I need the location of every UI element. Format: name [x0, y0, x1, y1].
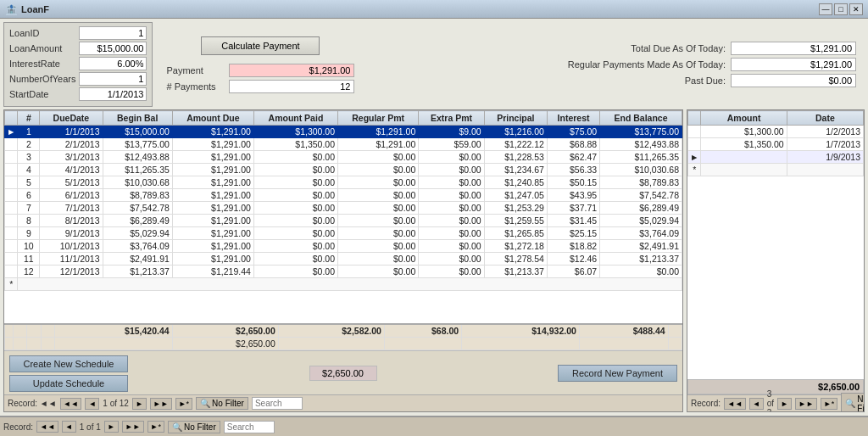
nav-next-button[interactable]: ► [132, 398, 147, 410]
row-amountpaid: $0.00 [253, 240, 337, 253]
table-row[interactable]: 4 4/1/2013 $11,265.35 $1,291.00 $0.00 $0… [5, 164, 682, 176]
row-principal: $1,240.85 [484, 176, 547, 189]
summary-section: Total Due As Of Today: Regular Payments … [368, 22, 865, 107]
nav-first-button[interactable]: ◄◄ [60, 398, 82, 410]
table-row[interactable]: 5 5/1/2013 $10,030.68 $1,291.00 $0.00 $0… [5, 176, 682, 189]
row-interest: $12.46 [547, 253, 599, 266]
side-nav-first[interactable]: ◄◄ [724, 398, 746, 410]
row-interest: $62.47 [547, 151, 599, 164]
numpayments-label: # Payments [166, 81, 225, 92]
minimize-button[interactable]: — [819, 3, 832, 15]
table-row[interactable]: 8 8/1/2013 $6,289.49 $1,291.00 $0.00 $0.… [5, 215, 682, 227]
update-schedule-button[interactable]: Update Schedule [9, 375, 128, 392]
close-button[interactable]: ✕ [849, 3, 863, 15]
table-row[interactable]: 12 12/1/2013 $1,213.37 $1,219.44 $0.00 $… [5, 266, 682, 278]
row-amountdue: $1,291.00 [172, 164, 253, 176]
table-row[interactable]: 6 6/1/2013 $8,789.83 $1,291.00 $0.00 $0.… [5, 189, 682, 202]
row-interest: $56.33 [547, 164, 599, 176]
outer-filter-button[interactable]: 🔍 No Filter [168, 421, 220, 433]
loanamount-input[interactable] [79, 42, 147, 55]
row-extrapmt: $0.00 [419, 266, 484, 278]
side-filter-icon: 🔍 [845, 399, 855, 408]
row-indicator [5, 266, 18, 278]
col-header-regularpmt: Regular Pmt [338, 111, 419, 126]
main-table-scroll[interactable]: # DueDate Begin Bal Amount Due Amount Pa… [4, 110, 682, 323]
row-amountpaid: $0.00 [253, 164, 337, 176]
table-row[interactable]: 11 11/1/2013 $2,491.91 $1,291.00 $0.00 $… [5, 253, 682, 266]
row-principal: $1,228.53 [484, 151, 547, 164]
side-nav-next[interactable]: ► [777, 398, 792, 410]
table-row[interactable]: 9 9/1/2013 $5,029.94 $1,291.00 $0.00 $0.… [5, 227, 682, 240]
maximize-button[interactable]: □ [834, 3, 848, 15]
numpayments-value[interactable] [229, 80, 354, 93]
past-due-value[interactable] [731, 74, 856, 87]
row-interest: $75.00 [547, 126, 599, 138]
row-principal: $1,265.85 [484, 227, 547, 240]
row-duedate: 10/1/2013 [40, 240, 103, 253]
numyears-input[interactable] [79, 72, 147, 86]
regular-payments-value[interactable] [731, 58, 856, 71]
extra-total-row: $2,650.00 [5, 338, 682, 350]
row-regularpmt: $1,291.00 [338, 138, 419, 151]
side-filter-label: No Filter [857, 394, 865, 413]
row-id: 7 [18, 202, 40, 215]
outer-search-input[interactable] [224, 421, 275, 433]
row-interest: $31.45 [547, 215, 599, 227]
total-principal: $14,932.00 [462, 324, 580, 338]
record-new-payment-button[interactable]: Record New Payment [558, 365, 677, 382]
outer-nav-next[interactable]: ► [104, 421, 119, 433]
filter-button[interactable]: 🔍 No Filter [196, 397, 248, 410]
payment-value[interactable] [229, 64, 354, 77]
table-row[interactable]: ► 1/9/2013 [688, 151, 864, 164]
nav-prev-button[interactable]: ◄ [85, 398, 99, 410]
outer-nav-last[interactable]: ►► [122, 421, 144, 433]
total-due-value[interactable] [731, 42, 856, 55]
side-nav-new[interactable]: ►* [821, 398, 837, 410]
row-regularpmt: $0.00 [338, 151, 419, 164]
row-duedate: 8/1/2013 [40, 215, 103, 227]
app-icon: 🏦 [5, 3, 18, 15]
side-col-date: Date [787, 111, 863, 126]
table-row[interactable]: 10 10/1/2013 $3,764.09 $1,291.00 $0.00 $… [5, 240, 682, 253]
startdate-input[interactable] [79, 87, 147, 101]
side-date-3: 1/9/2013 [787, 151, 863, 164]
table-row[interactable]: 3 3/1/2013 $12,493.88 $1,291.00 $0.00 $0… [5, 151, 682, 164]
side-table-scroll[interactable]: Amount Date $1,300.00 1/2/2013 $1,350.00 [687, 110, 864, 379]
search-input[interactable] [252, 397, 303, 410]
row-duedate: 1/1/2013 [40, 126, 103, 138]
create-new-schedule-button[interactable]: Create New Schedule [9, 355, 128, 372]
side-nav-last[interactable]: ►► [795, 398, 817, 410]
row-duedate: 7/1/2013 [40, 202, 103, 215]
row-amountpaid: $0.00 [253, 151, 337, 164]
table-row[interactable]: 7 7/1/2013 $7,542.78 $1,291.00 $0.00 $0.… [5, 202, 682, 215]
side-filter-button[interactable]: 🔍 No Filter [841, 393, 865, 413]
new-row[interactable]: * [688, 164, 864, 176]
nav-current: 1 of 12 [103, 399, 129, 408]
filter-label: No Filter [212, 399, 244, 408]
total-due-label: Total Due As Of Today: [631, 43, 726, 53]
row-endbalance: $8,789.83 [600, 176, 682, 189]
loanid-input[interactable] [79, 26, 147, 40]
table-row[interactable]: 2 2/1/2013 $13,775.00 $1,291.00 $1,350.0… [5, 138, 682, 151]
row-extrapmt: $0.00 [419, 164, 484, 176]
row-duedate: 11/1/2013 [40, 253, 103, 266]
side-nav-prev[interactable]: ◄ [749, 398, 764, 410]
outer-nav-new[interactable]: ►* [147, 421, 164, 433]
new-row[interactable]: * [5, 278, 682, 291]
row-interest: $43.95 [547, 189, 599, 202]
outer-nav-prev[interactable]: ◄ [62, 421, 76, 433]
row-amountpaid: $1,300.00 [253, 126, 337, 138]
outer-nav-first[interactable]: ◄◄ [36, 421, 58, 433]
interestrate-input[interactable] [79, 57, 147, 70]
table-row[interactable]: $1,300.00 1/2/2013 [688, 126, 864, 138]
nav-new-button[interactable]: ►* [175, 398, 192, 410]
row-regularpmt: $0.00 [338, 189, 419, 202]
row-indicator [5, 189, 18, 202]
table-row[interactable]: $1,350.00 1/7/2013 [688, 138, 864, 151]
nav-last-button[interactable]: ►► [150, 398, 172, 410]
row-endbalance: $3,764.09 [600, 227, 682, 240]
table-row[interactable]: ► 1 1/1/2013 $15,000.00 $1,291.00 $1,300… [5, 126, 682, 138]
calculate-payment-button[interactable]: Calculate Payment [201, 36, 320, 55]
total-endbalance [668, 324, 682, 338]
row-amountpaid: $0.00 [253, 202, 337, 215]
